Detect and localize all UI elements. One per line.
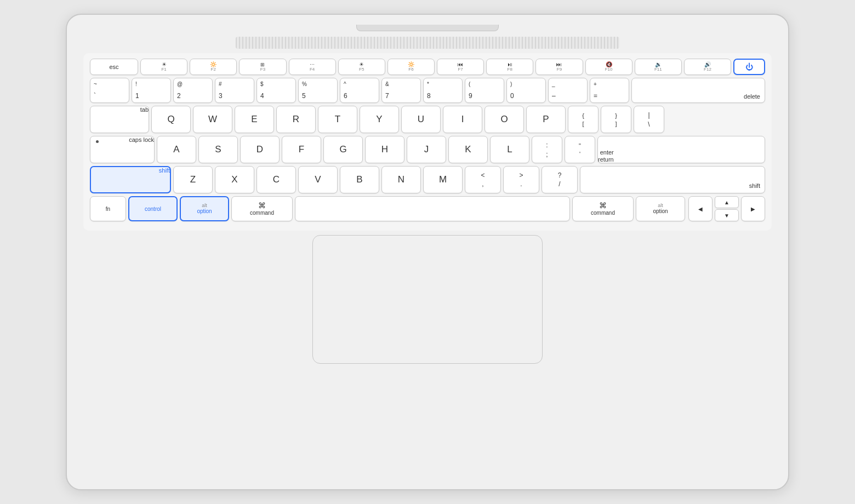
i-key[interactable]: I <box>443 106 482 133</box>
a-key[interactable]: A <box>157 136 196 163</box>
arrow-up-icon: ▲ <box>724 199 729 205</box>
arrow-right-icon: ▶ <box>751 206 755 212</box>
right-bracket-key[interactable]: } ] <box>601 106 631 133</box>
enter-key[interactable]: enter return <box>597 136 765 163</box>
f3-key[interactable]: ⊞ F3 <box>239 59 286 75</box>
u-key[interactable]: U <box>401 106 441 133</box>
g-key[interactable]: G <box>323 136 363 163</box>
equals-key[interactable]: + = <box>590 78 629 103</box>
j-key[interactable]: J <box>407 136 446 163</box>
esc-key[interactable]: esc <box>90 59 138 75</box>
9-key[interactable]: ( 9 <box>465 78 504 103</box>
v-key[interactable]: V <box>298 166 338 193</box>
trackpad[interactable] <box>312 235 543 364</box>
f-key[interactable]: F <box>282 136 321 163</box>
shift-right-label: shift <box>749 182 760 189</box>
speaker-row <box>83 37 772 49</box>
delete-key[interactable]: delete <box>631 78 765 103</box>
x-key[interactable]: X <box>215 166 254 193</box>
function-row: esc ☀ F1 🔆 F2 ⊞ F3 <box>90 59 765 75</box>
option-right-label: option <box>653 208 668 215</box>
o-key[interactable]: O <box>485 106 524 133</box>
e-key[interactable]: E <box>235 106 274 133</box>
f11-key[interactable]: 🔉 F11 <box>635 59 682 75</box>
arrow-up-key[interactable]: ▲ <box>715 196 739 208</box>
control-label: control <box>145 206 161 212</box>
quote-key[interactable]: " ' <box>565 136 595 163</box>
option-right-key[interactable]: alt option <box>636 196 685 221</box>
backtick-key[interactable]: ~ ` <box>90 78 129 103</box>
6-key[interactable]: ^ 6 <box>340 78 379 103</box>
b-key[interactable]: B <box>340 166 379 193</box>
arrow-down-icon: ▼ <box>724 213 729 219</box>
l-key[interactable]: L <box>490 136 529 163</box>
z-key[interactable]: Z <box>173 166 213 193</box>
tab-label: tab <box>140 106 149 113</box>
command-left-key[interactable]: ⌘ command <box>231 196 293 221</box>
comma-key[interactable]: < , <box>465 166 501 193</box>
f10-key[interactable]: 🔇 F10 <box>585 59 632 75</box>
f1-key[interactable]: ☀ F1 <box>140 59 187 75</box>
command-right-symbol: ⌘ <box>599 202 607 209</box>
s-key[interactable]: S <box>198 136 238 163</box>
period-key[interactable]: > . <box>503 166 539 193</box>
power-key[interactable]: ⏻ <box>733 59 765 75</box>
shift-left-key[interactable]: shift <box>90 166 171 193</box>
m-key[interactable]: M <box>423 166 463 193</box>
control-key[interactable]: control <box>128 196 178 221</box>
qwerty-row: tab Q W E R T Y U I O P { [ } ] <box>90 106 765 133</box>
spacebar[interactable] <box>295 196 570 221</box>
shift-right-key[interactable]: shift <box>580 166 765 193</box>
2-key[interactable]: @ 2 <box>173 78 213 103</box>
arrow-right-key[interactable]: ▶ <box>741 196 765 221</box>
f5-key[interactable]: ☀ F5 <box>338 59 385 75</box>
f4-key[interactable]: ⋯ F4 <box>289 59 336 75</box>
5-key[interactable]: % 5 <box>298 78 338 103</box>
option-left-key[interactable]: alt option <box>180 196 229 221</box>
left-bracket-key[interactable]: { [ <box>568 106 598 133</box>
k-key[interactable]: K <box>448 136 488 163</box>
semicolon-key[interactable]: : ; <box>532 136 562 163</box>
hinge <box>356 25 499 31</box>
7-key[interactable]: & 7 <box>381 78 421 103</box>
q-key[interactable]: Q <box>151 106 191 133</box>
w-key[interactable]: W <box>193 106 232 133</box>
power-icon: ⏻ <box>745 62 753 71</box>
3-key[interactable]: # 3 <box>215 78 254 103</box>
f9-key[interactable]: ⏭ F9 <box>535 59 583 75</box>
r-key[interactable]: R <box>276 106 316 133</box>
option-left-alt-label: alt <box>202 203 207 209</box>
8-key[interactable]: * 8 <box>423 78 463 103</box>
arrow-left-key[interactable]: ◀ <box>688 196 713 221</box>
tab-key[interactable]: tab <box>90 106 149 133</box>
command-left-symbol: ⌘ <box>258 202 266 209</box>
d-key[interactable]: D <box>240 136 280 163</box>
0-key[interactable]: ) 0 <box>506 78 546 103</box>
caps-lock-key[interactable]: caps lock <box>90 136 155 163</box>
fn-key[interactable]: fn <box>90 196 126 221</box>
1-key[interactable]: ! 1 <box>132 78 171 103</box>
slash-key[interactable]: ? / <box>542 166 578 193</box>
pipe-key[interactable]: | \ <box>634 106 664 133</box>
bottom-row: fn control alt option ⌘ command ⌘ <box>90 196 765 221</box>
delete-label: delete <box>744 93 760 100</box>
enter-label: enter <box>600 149 614 156</box>
number-row: ~ ` ! 1 @ 2 # 3 <box>90 78 765 103</box>
t-key[interactable]: T <box>318 106 357 133</box>
arrow-down-key[interactable]: ▼ <box>715 209 739 221</box>
y-key[interactable]: Y <box>360 106 399 133</box>
f7-key[interactable]: ⏮ F7 <box>437 59 484 75</box>
f12-key[interactable]: 🔊 F12 <box>684 59 731 75</box>
minus-key[interactable]: _ – <box>548 78 588 103</box>
p-key[interactable]: P <box>526 106 566 133</box>
caps-lock-indicator <box>96 140 99 143</box>
f8-key[interactable]: ⏯ F8 <box>486 59 533 75</box>
4-key[interactable]: $ 4 <box>256 78 296 103</box>
command-right-key[interactable]: ⌘ command <box>572 196 634 221</box>
n-key[interactable]: N <box>381 166 421 193</box>
h-key[interactable]: H <box>365 136 404 163</box>
command-left-label: command <box>250 210 274 216</box>
c-key[interactable]: C <box>256 166 296 193</box>
f6-key[interactable]: 🔆 F6 <box>387 59 435 75</box>
f2-key[interactable]: 🔆 F2 <box>190 59 237 75</box>
